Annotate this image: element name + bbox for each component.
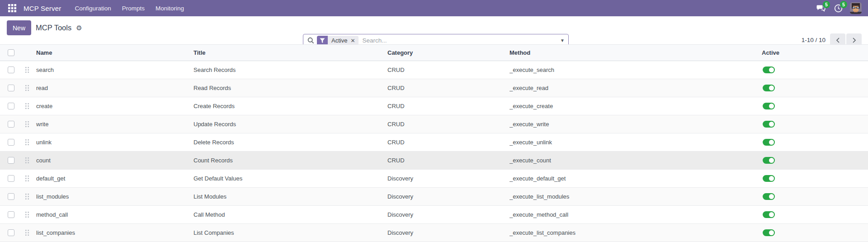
active-toggle[interactable] <box>763 103 775 109</box>
table-row[interactable]: list_modules List Modules Discovery _exe… <box>0 188 868 206</box>
drag-handle-icon[interactable] <box>25 139 29 146</box>
search-input[interactable] <box>362 37 557 44</box>
cell-category: Discovery <box>387 175 509 182</box>
cell-category: Discovery <box>387 211 509 218</box>
table-row[interactable]: default_get Get Default Values Discovery… <box>0 170 868 188</box>
cell-title: Count Records <box>193 157 387 164</box>
drag-handle-icon[interactable] <box>25 67 29 73</box>
row-checkbox[interactable] <box>8 139 14 146</box>
active-toggle[interactable] <box>763 211 775 218</box>
cell-method: _execute_default_get <box>509 175 762 182</box>
drag-handle-icon[interactable] <box>25 103 29 109</box>
control-panel: New MCP Tools ⚙ Active ✕ ▼ 1-10 / 10 <box>0 16 868 44</box>
drag-handle-icon[interactable] <box>25 194 29 200</box>
menu-monitoring[interactable]: Monitoring <box>150 1 189 16</box>
row-handle-cell <box>22 103 36 109</box>
row-checkbox[interactable] <box>8 211 14 218</box>
drag-handle-icon[interactable] <box>25 176 29 182</box>
cell-category: CRUD <box>387 157 509 164</box>
active-toggle[interactable] <box>763 139 775 146</box>
table-row[interactable]: unlink Delete Records CRUD _execute_unli… <box>0 133 868 152</box>
row-handle-cell <box>22 121 36 128</box>
row-handle-cell <box>22 157 36 164</box>
drag-handle-icon[interactable] <box>25 85 29 91</box>
cell-name: default_get <box>36 175 193 182</box>
active-toggle[interactable] <box>763 193 775 200</box>
cell-active <box>762 193 868 200</box>
menu-prompts[interactable]: Prompts <box>117 1 150 16</box>
gear-icon[interactable]: ⚙ <box>76 24 82 31</box>
cell-title: Update Records <box>193 121 387 128</box>
row-select-cell <box>0 193 22 200</box>
cell-active <box>762 157 868 164</box>
cell-method: _execute_create <box>509 103 762 109</box>
cell-active <box>762 139 868 146</box>
cell-name: write <box>36 121 193 128</box>
cell-title: Search Records <box>193 66 387 73</box>
apps-menu-icon[interactable] <box>5 2 19 14</box>
active-filter-label: Active <box>331 37 347 44</box>
drag-handle-icon[interactable] <box>25 157 29 164</box>
active-toggle[interactable] <box>763 175 775 182</box>
cell-name: search <box>36 66 193 73</box>
active-toggle[interactable] <box>763 66 775 73</box>
row-select-cell <box>0 157 22 164</box>
row-checkbox[interactable] <box>8 103 14 109</box>
top-navbar: MCP Server Configuration Prompts Monitor… <box>0 0 868 16</box>
row-checkbox[interactable] <box>8 157 14 164</box>
column-header-active[interactable]: Active <box>762 49 868 56</box>
messages-button[interactable]: 5 <box>816 3 826 14</box>
table-header-row: Name Title Category Method Active <box>0 44 868 61</box>
column-header-name[interactable]: Name <box>36 49 193 56</box>
messages-badge: 5 <box>823 1 830 8</box>
cell-title: Call Method <box>193 211 387 218</box>
row-handle-cell <box>22 230 36 236</box>
row-handle-cell <box>22 139 36 146</box>
row-checkbox[interactable] <box>8 66 14 73</box>
new-button[interactable]: New <box>7 20 31 35</box>
cell-method: _execute_list_modules <box>509 193 762 200</box>
table-row[interactable]: method_call Call Method Discovery _execu… <box>0 206 868 224</box>
row-select-cell <box>0 229 22 236</box>
cell-category: CRUD <box>387 103 509 109</box>
menu-configuration[interactable]: Configuration <box>69 1 116 16</box>
active-toggle[interactable] <box>763 121 775 128</box>
row-checkbox[interactable] <box>8 121 14 128</box>
cell-active <box>762 85 868 91</box>
activities-button[interactable]: 5 <box>833 3 844 14</box>
active-toggle[interactable] <box>763 229 775 236</box>
drag-handle-icon[interactable] <box>25 212 29 218</box>
cell-name: method_call <box>36 211 193 218</box>
active-toggle[interactable] <box>763 85 775 91</box>
table-row[interactable]: create Create Records CRUD _execute_crea… <box>0 97 868 115</box>
cell-title: Create Records <box>193 103 387 109</box>
cell-title: Get Default Values <box>193 175 387 182</box>
drag-handle-icon[interactable] <box>25 121 29 128</box>
table-row[interactable]: read Read Records CRUD _execute_read <box>0 79 868 97</box>
row-checkbox[interactable] <box>8 229 14 236</box>
table-body: search Search Records CRUD _execute_sear… <box>0 61 868 242</box>
drag-handle-icon[interactable] <box>25 230 29 236</box>
column-header-category[interactable]: Category <box>387 49 509 56</box>
row-select-cell <box>0 175 22 182</box>
table-row[interactable]: list_companies List Companies Discovery … <box>0 224 868 242</box>
column-header-title[interactable]: Title <box>193 49 387 56</box>
row-checkbox[interactable] <box>8 175 14 182</box>
select-all-checkbox[interactable] <box>8 49 14 56</box>
remove-filter-icon[interactable]: ✕ <box>350 38 355 43</box>
table-row[interactable]: search Search Records CRUD _execute_sear… <box>0 61 868 79</box>
active-toggle[interactable] <box>763 157 775 164</box>
navbar-left: MCP Server Configuration Prompts Monitor… <box>0 1 189 16</box>
cell-name: read <box>36 85 193 91</box>
row-checkbox[interactable] <box>8 85 14 91</box>
row-checkbox[interactable] <box>8 193 14 200</box>
table-row[interactable]: count Count Records CRUD _execute_count <box>0 152 868 170</box>
cell-method: _execute_count <box>509 157 762 164</box>
cell-category: CRUD <box>387 139 509 146</box>
cell-active <box>762 103 868 109</box>
table-row[interactable]: write Update Records CRUD _execute_write <box>0 115 868 133</box>
app-name[interactable]: MCP Server <box>23 5 66 12</box>
pager-range: 1-10 / 10 <box>802 37 826 43</box>
user-avatar[interactable] <box>850 2 862 14</box>
column-header-method[interactable]: Method <box>509 49 762 56</box>
